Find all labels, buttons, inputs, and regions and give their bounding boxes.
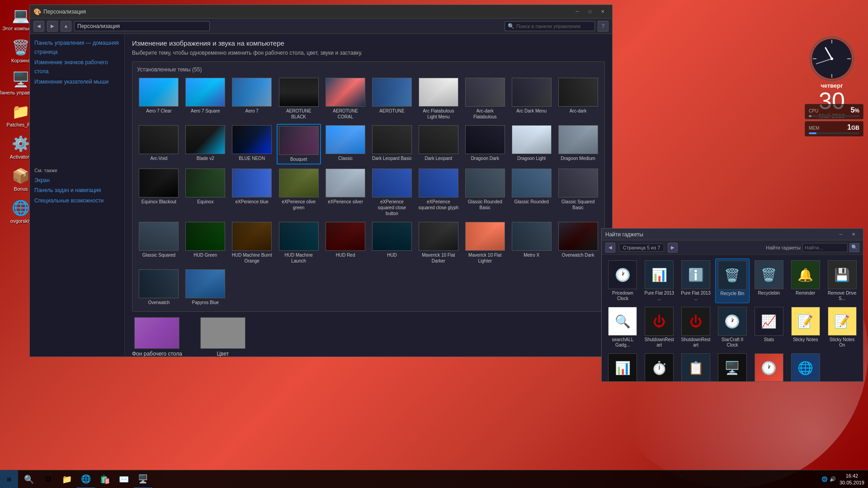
theme-item-metro-x[interactable]: Metro X [509,221,553,265]
theme-item-exp-sq-close-btn[interactable]: eXPerience squared close button [370,167,414,218]
theme-item-aero7clear[interactable]: Aero 7 Clear [137,76,181,121]
gadget-thumb-sys-uptime: ⏱️ [645,353,674,381]
gadget-item-shutdown-restart1[interactable]: ⏻ShutdownRestart [642,305,677,350]
theme-item-equinox-blackout[interactable]: Equinox Blackout [137,167,181,218]
up-button[interactable]: ▲ [61,21,71,32]
theme-item-glassic-sq[interactable]: Glassic Squared [137,221,181,265]
theme-item-ow[interactable]: Overwatch [137,268,181,307]
gadget-item-starcraft2-clock[interactable]: 🕐StarCraft II Clock [715,305,750,350]
theme-item-dark-leopard-basic[interactable]: Dark Leopard Basic [370,124,414,164]
color-item[interactable]: Цвет Другой [200,317,245,357]
sidebar-see-also-screen[interactable]: Экран [34,176,120,185]
theme-item-classic[interactable]: Classic [324,124,368,164]
theme-item-ow-dark[interactable]: Overwatch Dark [556,221,600,265]
taskbar-controlpanel-button[interactable]: 🖥️ [134,470,152,488]
sidebar-link-cursors[interactable]: Изменение указателей мыши [34,77,120,86]
forward-button[interactable]: ▶ [47,21,58,32]
taskbar-ie-button[interactable]: 🌐 [77,470,95,488]
theme-item-aeroblack[interactable]: AEROTUNE BLACK [277,76,321,121]
gadget-item-top-process-mon[interactable]: 🖥️Top Process Mo... [715,352,750,381]
theme-label-aeroblack: AEROTUNE BLACK [278,108,319,120]
gadget-item-recyclebin2[interactable]: 🗑️Recyclebin [751,258,786,303]
taskbar-taskview-button[interactable]: ⧉ [39,470,57,488]
gadget-item-sys-uptime[interactable]: ⏱️System Uptime ... [642,352,677,381]
gadget-item-transparent-clk[interactable]: 🕐Transparent - cl... [751,352,786,381]
sidebar-link-icons[interactable]: Изменение значков рабочего стола [34,58,120,76]
gadget-item-pricedown-clock[interactable]: 🕐Pricedown Clock [605,258,640,303]
theme-item-blue-neon[interactable]: BLUE NEON [230,124,274,164]
theme-item-dragoon-med[interactable]: Dragoon Medium [556,124,600,164]
gadget-item-reminder[interactable]: 🔔Reminder [788,258,823,303]
theme-item-hud-green[interactable]: HUD Green [184,221,227,265]
taskbar-store-button[interactable]: 🛍️ [96,470,114,488]
gadget-item-pure-flat-2013a[interactable]: 📊Pure Flat 2013 ... [642,258,677,303]
theme-item-glassic-rounded-basic[interactable]: Glassic Rounded Basic [463,167,507,218]
theme-item-equinox[interactable]: Equinox [184,167,227,218]
gadget-search-button[interactable]: 🔍 [849,243,859,252]
back-button[interactable]: ◀ [33,21,44,32]
start-button[interactable]: ⊞ [0,470,18,488]
gadget-item-shutdown-restart2[interactable]: ⏻ShutdownRestart [679,305,713,350]
minimize-button[interactable]: ─ [571,8,583,16]
gadget-prev-button[interactable]: ◀ [605,243,615,253]
gadget-item-searchall[interactable]: 🔍searchALL Gadg... [605,305,640,350]
theme-item-exp-blue[interactable]: eXPerience blue [230,167,274,218]
theme-item-hud-burnt[interactable]: HUD Machine Burnt Orange [230,221,274,265]
sidebar-see-also-taskbar[interactable]: Панель задач и навигация [34,186,120,195]
gadget-finder-close[interactable]: ✕ [848,230,859,239]
gadget-item-top-five[interactable]: 📋Top Five [679,352,713,381]
theme-item-blade[interactable]: Blade v2 [184,124,227,164]
theme-item-exp-sq-close-glyph[interactable]: eXPerience squared close glyph [416,167,460,218]
taskbar-mail-button[interactable]: ✉️ [115,470,133,488]
theme-item-aerotune[interactable]: AEROTUNE [370,76,414,121]
theme-item-papyros[interactable]: Papyros Blue [184,268,227,307]
gadget-item-stats[interactable]: 📈Stats [751,305,786,350]
theme-item-glassic-sq-basic[interactable]: Glassic Squared Basic [556,167,600,218]
theme-item-aero7sq[interactable]: Aero 7 Square [184,76,227,121]
theme-item-exp-silver[interactable]: eXPerience silver [324,167,368,218]
theme-item-aerocoral[interactable]: AEROTUNE CORAL [324,76,368,121]
search-bar[interactable]: 🔍 Поиск в панели управления [505,21,595,31]
maximize-button[interactable]: □ [584,8,596,16]
theme-item-bouquet[interactable]: Bouquet [277,124,321,164]
taskbar-clock[interactable]: 16:42 30.05.2019 [840,473,864,486]
sidebar-see-also-access[interactable]: Специальные возможности [34,196,120,205]
gadget-item-sticky-notes[interactable]: 📝Sticky Notes [788,305,823,350]
wallpaper-item[interactable]: Фон рабочего стола StreamofLight [132,317,182,357]
theme-item-dragoon-dark[interactable]: Dragoon Dark [463,124,507,164]
theme-item-mav-darker[interactable]: Maverick 10 Flat Darker [416,221,460,265]
gadget-item-windows64[interactable]: 🌐windows64download.net [788,352,823,381]
gadget-finder-minimize[interactable]: ─ [835,230,847,239]
theme-item-dragoon-light[interactable]: Dragoon Light [509,124,553,164]
theme-item-mav-lighter[interactable]: Maverick 10 Flat Lighter [463,221,507,265]
gadget-next-button[interactable]: ▶ [668,243,678,253]
theme-label-exp-sq-close-btn: eXPerience squared close button [372,199,412,216]
sidebar-main-link[interactable]: Панель управления — домашняя страница [34,38,120,57]
theme-item-dark-leopard[interactable]: Dark Leopard [416,124,460,164]
theme-item-hud[interactable]: HUD [370,221,414,265]
help-button[interactable]: ? [598,21,609,32]
taskbar-explorer-button[interactable]: 📁 [58,470,76,488]
theme-thumb-dark-leopard [419,125,458,154]
theme-item-arc-dark[interactable]: Arc-dark [556,76,600,121]
gadget-search-input[interactable] [802,243,848,252]
gadget-item-pure-flat-2013b[interactable]: ℹ️Pure Flat 2013 ... [679,258,713,303]
theme-item-glassic-rounded[interactable]: Glassic Rounded [509,167,553,218]
gadget-item-recycle-bin[interactable]: 🗑️Recycle Bin [715,258,750,303]
address-bar[interactable]: Персонализация [74,21,210,31]
theme-item-hud-red[interactable]: HUD Red [324,221,368,265]
theme-item-hud-launch[interactable]: HUD Machine Launch [277,221,321,265]
theme-item-aero7[interactable]: Aero 7 [230,76,274,121]
theme-label-bouquet: Bouquet [290,156,307,162]
theme-item-arc-dark-menu[interactable]: Arc Dark Menu [509,76,553,121]
theme-thumb-glassic-rounded-basic [465,169,505,197]
theme-item-arc-dark-flat[interactable]: Arc-dark Flatabulous [463,76,507,121]
theme-item-arc-void[interactable]: Arc-Void [137,124,181,164]
gadget-item-remove-drive[interactable]: 💾Remove Drive S... [825,258,859,303]
gadget-item-sys-monitor-ii[interactable]: 📊System Monitor II [605,352,640,381]
close-button[interactable]: ✕ [597,8,609,16]
theme-item-exp-olive[interactable]: eXPerience olive green [277,167,321,218]
taskbar-search-button[interactable]: 🔍 [20,470,38,488]
theme-item-arc-flat-light[interactable]: Arc Flatabulous Light Menu [416,76,460,121]
gadget-item-sticky-notes-on[interactable]: 📝Sticky Notes On [825,305,859,350]
